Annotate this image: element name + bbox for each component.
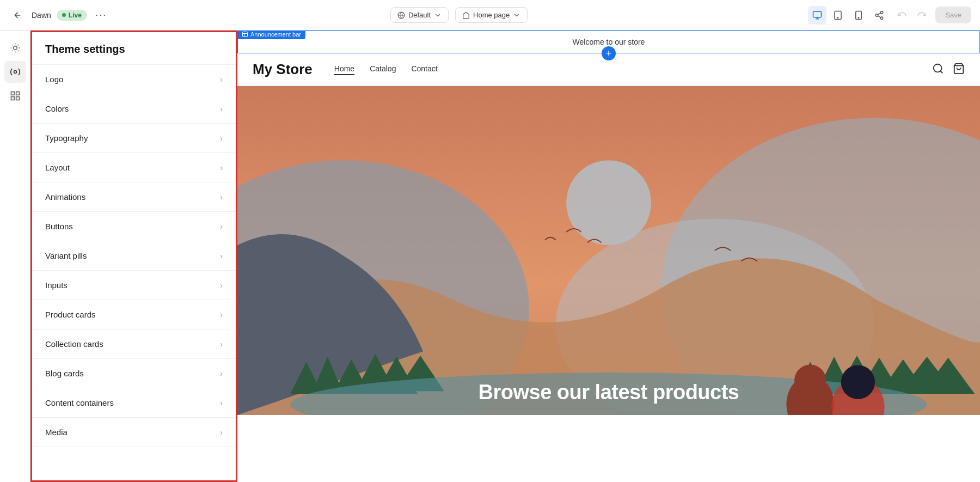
preview-area: Announcement bar Welcome to our store + … <box>237 30 980 482</box>
home-page-label: Home page <box>473 11 510 19</box>
tablet-icon-btn[interactable] <box>829 6 847 25</box>
chevron-down-icon: › <box>220 222 223 231</box>
announcement-bar: Welcome to our store + <box>237 30 980 53</box>
announcement-tag-label: Announcement bar <box>250 31 301 38</box>
panel-header: Theme settings <box>32 32 236 65</box>
settings-item-label: Content containers <box>45 398 114 407</box>
settings-item-label: Layout <box>45 163 70 172</box>
settings-item-collection-cards[interactable]: Collection cards › <box>32 330 236 359</box>
hero-text: Browse our latest products <box>237 381 980 404</box>
settings-item-label: Colors <box>45 104 69 113</box>
panel-title: Theme settings <box>45 43 223 56</box>
settings-item-colors[interactable]: Colors › <box>32 94 236 124</box>
live-dot <box>62 13 66 17</box>
svg-point-7 <box>876 14 879 16</box>
search-icon[interactable] <box>932 63 944 77</box>
panel-items-list: Logo › Colors › Typography › Layout › An… <box>32 65 236 480</box>
icon-sidebar <box>0 30 30 482</box>
announcement-text: Welcome to our store <box>573 38 645 46</box>
svg-line-9 <box>878 16 881 17</box>
live-badge: Live <box>57 10 87 21</box>
svg-point-18 <box>934 64 942 72</box>
add-section-button[interactable]: + <box>602 46 616 60</box>
back-button[interactable] <box>9 7 26 24</box>
more-button[interactable]: ··· <box>93 7 110 24</box>
theme-sidebar-btn[interactable] <box>4 61 26 83</box>
svg-line-10 <box>878 13 881 14</box>
svg-rect-16 <box>16 97 19 100</box>
nav-links: Home Catalog Contact <box>334 64 438 75</box>
settings-item-label: Collection cards <box>45 339 103 349</box>
settings-item-label: Blog cards <box>45 369 84 378</box>
share-icon-btn[interactable] <box>870 6 889 25</box>
svg-point-3 <box>838 17 839 18</box>
svg-rect-14 <box>16 92 19 95</box>
redo-button[interactable] <box>912 6 931 25</box>
preview-inner: Announcement bar Welcome to our store + … <box>237 30 980 482</box>
svg-rect-1 <box>813 11 822 17</box>
chevron-down-icon: › <box>220 369 223 378</box>
settings-item-label: Variant pills <box>45 251 87 260</box>
svg-rect-17 <box>243 32 248 37</box>
chevron-down-icon: › <box>220 75 223 84</box>
main-layout: Theme settings Logo › Colors › Typograph… <box>0 30 980 482</box>
announcement-bar-wrapper: Announcement bar Welcome to our store + <box>237 30 980 53</box>
chevron-down-icon: › <box>220 134 223 143</box>
settings-item-media[interactable]: Media › <box>32 418 236 447</box>
settings-item-inputs[interactable]: Inputs › <box>32 271 236 300</box>
svg-rect-15 <box>11 97 14 100</box>
svg-point-11 <box>13 46 17 50</box>
hero-section: Browse our latest products <box>237 86 980 415</box>
chevron-down-icon: › <box>220 193 223 202</box>
chevron-down-icon: › <box>220 340 223 349</box>
nav-contact[interactable]: Contact <box>411 64 437 75</box>
sections-sidebar-btn[interactable] <box>4 85 26 107</box>
settings-item-label: Typography <box>45 133 88 143</box>
undo-button[interactable] <box>893 6 911 25</box>
store-name: My Store <box>253 61 313 78</box>
save-button[interactable]: Save <box>935 7 971 23</box>
chevron-down-icon: › <box>220 105 223 113</box>
nav-catalog[interactable]: Catalog <box>370 64 396 75</box>
settings-item-variant-pills[interactable]: Variant pills › <box>32 241 236 271</box>
default-dropdown[interactable]: Default <box>390 7 449 23</box>
settings-item-logo[interactable]: Logo › <box>32 65 236 94</box>
settings-item-label: Inputs <box>45 280 68 290</box>
mobile-icon-btn[interactable] <box>849 6 868 25</box>
topbar: Dawn Live ··· Default Home page <box>0 0 980 30</box>
settings-item-buttons[interactable]: Buttons › <box>32 212 236 241</box>
svg-point-5 <box>859 17 860 18</box>
app-name: Dawn <box>32 11 51 20</box>
default-label: Default <box>408 11 431 19</box>
cart-icon[interactable] <box>953 63 965 77</box>
announcement-tag: Announcement bar <box>237 30 305 39</box>
settings-item-content-containers[interactable]: Content containers › <box>32 388 236 418</box>
chevron-down-icon: › <box>220 428 223 437</box>
settings-item-typography[interactable]: Typography › <box>32 124 236 153</box>
nav-home[interactable]: Home <box>334 64 354 75</box>
home-page-dropdown[interactable]: Home page <box>455 7 528 23</box>
live-label: Live <box>69 11 82 19</box>
svg-rect-13 <box>11 92 14 95</box>
settings-item-layout[interactable]: Layout › <box>32 153 236 182</box>
settings-item-animations[interactable]: Animations › <box>32 182 236 212</box>
device-icon-group <box>808 6 889 25</box>
undo-redo-group <box>893 6 931 25</box>
svg-point-12 <box>14 71 16 74</box>
chevron-down-icon: › <box>220 281 223 290</box>
chevron-down-icon: › <box>220 399 223 407</box>
settings-item-label: Product cards <box>45 310 96 319</box>
settings-item-label: Animations <box>45 192 85 202</box>
settings-item-label: Media <box>45 428 68 437</box>
svg-point-6 <box>881 11 884 14</box>
chevron-down-icon: › <box>220 163 223 172</box>
store-icons <box>932 63 965 77</box>
svg-point-8 <box>881 17 884 20</box>
desktop-icon-btn[interactable] <box>808 6 826 25</box>
chevron-down-icon: › <box>220 310 223 319</box>
settings-item-blog-cards[interactable]: Blog cards › <box>32 359 236 388</box>
settings-item-product-cards[interactable]: Product cards › <box>32 300 236 330</box>
chevron-down-icon: › <box>220 252 223 260</box>
nav-sidebar-btn[interactable] <box>4 37 26 59</box>
settings-item-label: Logo <box>45 75 63 84</box>
